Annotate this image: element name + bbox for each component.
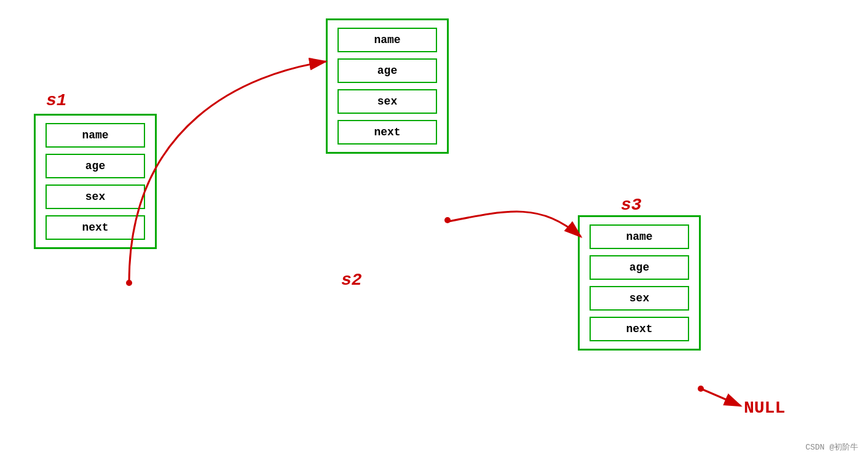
s3-label: s3 — [621, 196, 642, 215]
svg-point-3 — [444, 217, 451, 223]
null-label: NULL — [744, 399, 785, 418]
s1-next-field: next — [45, 215, 145, 240]
s3-container: name age sex next — [578, 215, 701, 351]
s3-age-field: age — [590, 255, 689, 280]
s2-name-field: name — [337, 28, 437, 52]
s1-name-field: name — [45, 123, 145, 148]
s3-sex-field: sex — [590, 286, 689, 311]
s2-container: name age sex next — [326, 18, 449, 154]
s1-sex-field: sex — [45, 184, 145, 209]
s3-name-field: name — [590, 224, 689, 249]
s3-next-field: next — [590, 317, 689, 341]
s1-age-field: age — [45, 154, 145, 178]
s1-label: s1 — [46, 91, 67, 110]
watermark: CSDN @初阶牛 — [805, 442, 858, 453]
s2-sex-field: sex — [337, 89, 437, 114]
s2-age-field: age — [337, 58, 437, 83]
s1-container: name age sex next — [34, 114, 157, 249]
svg-point-1 — [698, 386, 704, 392]
svg-point-2 — [126, 280, 132, 286]
s2-next-field: next — [337, 120, 437, 145]
s2-label: s2 — [341, 271, 362, 290]
